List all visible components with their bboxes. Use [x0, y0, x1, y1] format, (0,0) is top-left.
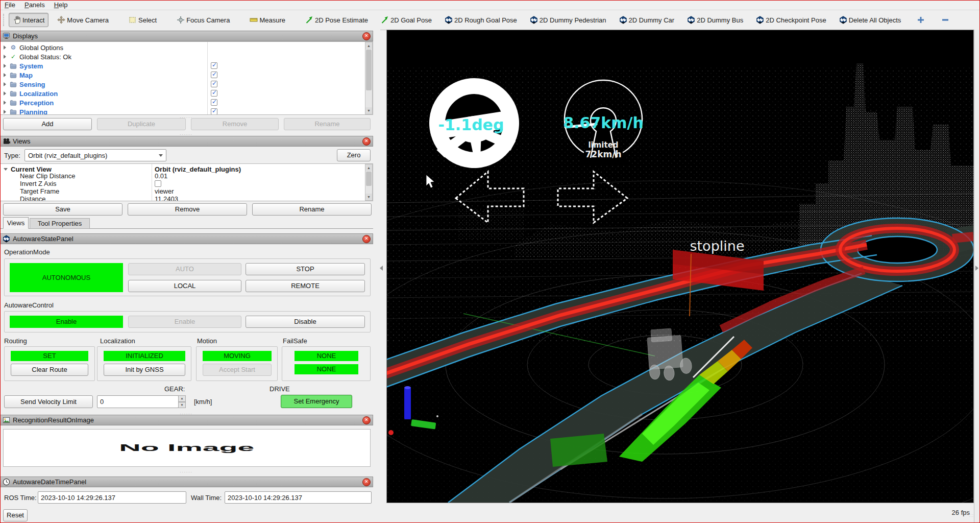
display-row-localization[interactable]: Localization [1, 89, 373, 98]
views-scrollbar[interactable]: ▲ ▼ [365, 164, 373, 201]
view-type-combobox[interactable]: Orbit (rviz_default_plugins) [24, 149, 166, 161]
display-checkbox[interactable] [211, 90, 217, 97]
tool-focus-camera[interactable]: Focus Camera [173, 13, 234, 27]
displays-panel-header[interactable]: Displays ✕ [0, 31, 373, 41]
close-icon[interactable]: ✕ [362, 416, 371, 424]
close-icon[interactable]: ✕ [362, 137, 371, 146]
expander-down-icon[interactable] [4, 168, 8, 171]
menu-file[interactable]: File [0, 0, 20, 10]
prop-value[interactable]: 11.2403 [155, 195, 178, 201]
expander-icon[interactable] [4, 91, 6, 96]
menu-panels[interactable]: Panels [20, 0, 50, 10]
autoware-state-panel-header[interactable]: AutowareStatePanel ✕ [0, 233, 373, 244]
stop-button[interactable]: STOP [246, 263, 365, 275]
tool-move-camera[interactable]: Move Camera [53, 13, 113, 27]
remove-tool-button[interactable] [937, 13, 953, 27]
recognition-panel-header[interactable]: RecognitionResultOnImage ✕ [0, 415, 373, 425]
save-view-button[interactable]: Save [3, 203, 122, 216]
expander-icon[interactable] [4, 45, 6, 50]
send-velocity-limit-button[interactable]: Send Velocity Limit [4, 395, 93, 408]
tool-interact[interactable]: Interact [9, 13, 48, 27]
remote-button[interactable]: REMOTE [246, 280, 365, 292]
tool-2d-dummy-pedestrian[interactable]: 2D Dummy Pedestrian [526, 13, 610, 27]
close-icon[interactable]: ✕ [362, 478, 371, 486]
display-row-global-status[interactable]: ✓ Global Status: Ok [1, 52, 373, 61]
splitter-handle[interactable]: ...... [168, 132, 204, 135]
display-row-perception[interactable]: Perception [1, 98, 373, 107]
display-checkbox[interactable] [211, 108, 217, 115]
spin-up-icon[interactable]: ▲ [178, 395, 186, 402]
autonomous-state-button[interactable]: AUTONOMOUS [10, 263, 123, 292]
prop-value[interactable]: 0.01 [155, 172, 167, 180]
display-checkbox[interactable] [211, 81, 217, 87]
splitter-handle[interactable]: ...... [168, 412, 204, 414]
display-checkbox[interactable] [211, 99, 217, 106]
close-icon[interactable]: ✕ [362, 32, 371, 40]
scrollbar-thumb[interactable] [366, 172, 372, 186]
prop-row-distance[interactable]: Distance 11.2403 [1, 195, 373, 201]
scroll-down-icon[interactable]: ▼ [365, 107, 372, 114]
tab-tool-properties[interactable]: Tool Properties [30, 218, 90, 229]
spin-down-icon[interactable]: ▼ [178, 402, 186, 409]
display-row-system[interactable]: System [1, 61, 373, 70]
expander-icon[interactable] [4, 64, 6, 68]
tool-measure[interactable]: Measure [246, 13, 289, 27]
splitter-collapse-right-icon[interactable] [975, 266, 978, 271]
velocity-limit-input[interactable]: 0 [97, 395, 179, 408]
display-row-global-options[interactable]: ⚙ Global Options [1, 43, 373, 52]
invert-z-checkbox[interactable] [155, 180, 161, 187]
expander-icon[interactable] [4, 101, 6, 105]
tab-views[interactable]: Views [3, 217, 29, 229]
clear-route-button[interactable]: Clear Route [11, 364, 88, 376]
display-row-sensing[interactable]: Sensing [1, 80, 373, 89]
splitter-collapse-left-icon[interactable] [380, 266, 383, 271]
close-icon[interactable]: ✕ [362, 235, 371, 243]
init-by-gnss-button[interactable]: Init by GNSS [104, 364, 185, 376]
tool-2d-dummy-car[interactable]: 2D Dummy Car [615, 13, 679, 27]
expander-icon[interactable] [4, 82, 6, 86]
splitter-handle[interactable]: ...... [168, 470, 204, 472]
tool-2d-dummy-bus[interactable]: 2D Dummy Bus [683, 13, 747, 27]
wall-time-input[interactable]: 2023-10-10 14:29:26.137 [225, 491, 372, 504]
prop-value[interactable]: viewer [155, 187, 174, 195]
resize-grip[interactable]: ······ [969, 514, 976, 521]
scrollbar-thumb[interactable] [366, 50, 372, 90]
displays-scrollbar[interactable]: ▲ ▼ [365, 42, 373, 114]
expander-icon[interactable] [4, 73, 6, 77]
ros-time-input[interactable]: 2023-10-10 14:29:26.137 [38, 491, 186, 504]
toolbar-drag-handle[interactable] [3, 14, 7, 26]
tool-2d-rough-goal-pose[interactable]: 2D Rough Goal Pose [440, 13, 521, 27]
zero-button[interactable]: Zero [337, 149, 371, 161]
tool-2d-goal-pose[interactable]: 2D Goal Pose [377, 13, 436, 27]
expander-icon[interactable] [4, 55, 6, 59]
remove-view-button[interactable]: Remove [128, 203, 247, 216]
datetime-panel-header[interactable]: AutowareDateTimePanel ✕ [0, 477, 373, 487]
scroll-up-icon[interactable]: ▲ [365, 42, 372, 49]
menu-help[interactable]: Help [50, 0, 72, 10]
expander-icon[interactable] [4, 110, 6, 114]
tool-2d-pose-estimate[interactable]: 2D Pose Estimate [301, 13, 372, 27]
render-viewport[interactable]: stopline [386, 30, 974, 503]
set-emergency-button[interactable]: Set Emergency [281, 395, 352, 408]
disable-button[interactable]: Disable [246, 316, 365, 328]
prop-row-near-clip[interactable]: Near Clip Distance 0.01 [1, 172, 373, 180]
rename-view-button[interactable]: Rename [252, 203, 372, 216]
prop-row-target-frame[interactable]: Target Frame viewer [1, 187, 373, 195]
local-button[interactable]: LOCAL [128, 280, 241, 292]
display-checkbox[interactable] [211, 62, 217, 69]
tool-delete-all-objects[interactable]: Delete All Objects [835, 13, 905, 27]
display-row-map[interactable]: Map [1, 70, 373, 80]
scroll-up-icon[interactable]: ▲ [365, 164, 372, 171]
views-panel-header[interactable]: Views ✕ [0, 136, 373, 147]
scroll-down-icon[interactable]: ▼ [365, 194, 372, 200]
tool-select[interactable]: Select [125, 13, 161, 27]
add-tool-button[interactable] [913, 13, 929, 27]
display-row-planning[interactable]: Planning [1, 107, 373, 115]
velocity-spinner[interactable]: ▲▼ [178, 395, 186, 408]
tool-2d-checkpoint-pose[interactable]: 2D Checkpoint Pose [752, 13, 830, 27]
reset-button[interactable]: Reset [3, 509, 28, 521]
display-checkbox[interactable] [211, 72, 217, 78]
add-display-button[interactable]: Add [3, 118, 92, 130]
enable-active-button[interactable]: Enable [10, 316, 123, 328]
prop-row-invert-z[interactable]: Invert Z Axis [1, 180, 373, 187]
